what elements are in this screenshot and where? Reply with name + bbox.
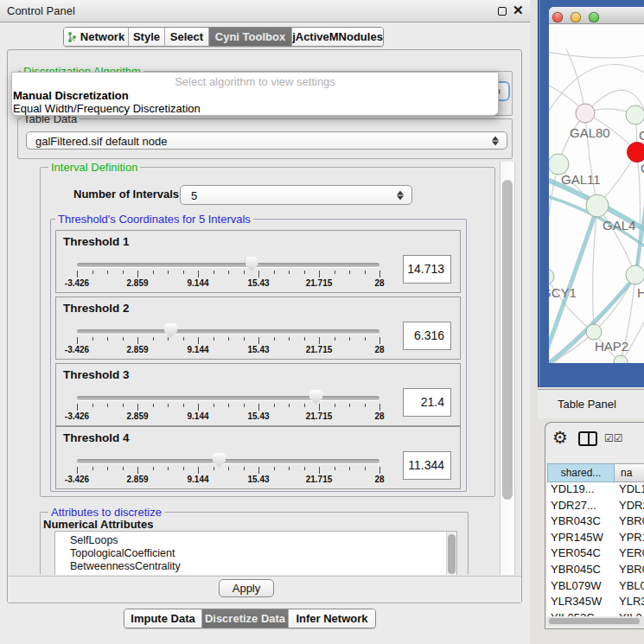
minimize-traffic-light-icon[interactable] [571,12,581,22]
cell-shared-name[interactable]: YBL079W [547,579,616,596]
tab-jactivemnodules[interactable]: jActiveMNodules [292,28,383,46]
cell-shared-name[interactable]: YDL19... [547,482,616,499]
table-row[interactable]: YPR145WYPR1 [547,531,644,547]
node-label: GAL4 [603,218,635,233]
table-rows: YDL19...YDL1YDR27...YDR2YBR043CYBR0YPR14… [547,482,644,616]
threshold-slider-track[interactable] [77,329,379,334]
table-row[interactable]: YIL052CYIL0 [547,611,644,616]
threshold-slider-track[interactable] [77,263,379,267]
table-row[interactable]: YER054CYER0 [547,546,644,563]
top-tab-bar: Network Style Select Cyni Toolbox jActiv… [63,27,384,47]
table-row[interactable]: YBR043CYBR0 [547,514,644,531]
attribute-list-item[interactable]: TopologicalCoefficient [55,547,456,560]
cell-name[interactable]: YLR3 [616,595,644,611]
network-node[interactable] [586,324,602,340]
column-header-shared-name[interactable]: shared... [547,463,615,482]
maximize-traffic-light-icon[interactable] [589,12,599,22]
cell-shared-name[interactable]: YER054C [547,546,616,563]
tab-select[interactable]: Select [165,28,209,46]
close-traffic-light-icon[interactable] [552,12,563,22]
apply-button[interactable]: Apply [219,579,274,597]
threshold-panel: Threshold 1-3.4262.8599.14415.4321.71528… [55,230,461,293]
vertical-scrollbar[interactable] [500,162,515,575]
number-of-intervals-combobox[interactable]: 5 [180,185,412,205]
network-window: GAL80GAL11GAL4GCY1HHAP2G.C [549,7,644,363]
threshold-slider-thumb[interactable] [245,257,258,271]
threshold-label: Threshold 2 [63,302,130,315]
float-window-icon[interactable] [498,7,507,16]
cell-shared-name[interactable]: YDR27... [547,499,616,515]
node-label: GAL11 [561,172,601,187]
table-data-combobox[interactable]: galFiltered.sif default node [26,131,507,150]
slider-ticks [77,337,379,345]
table-row[interactable]: YBL079WYBL0 [547,579,644,596]
tab-discretize-data[interactable]: Discretize Data [202,609,289,628]
cell-name[interactable]: YIL0 [616,611,644,616]
select-checkboxes-icon[interactable]: ☑☑ [604,432,623,444]
threshold-slider-thumb[interactable] [309,390,322,405]
cell-shared-name[interactable]: YPR145W [547,531,616,547]
slider-tick-labels: -3.4262.8599.14415.4321.71528 [77,278,379,289]
stepper-arrows-icon [397,190,404,200]
control-panel-titlebar: Control Panel ✕ [0,0,530,22]
network-canvas[interactable]: GAL80GAL11GAL4GCY1HHAP2G.C [549,24,644,363]
cell-shared-name[interactable]: YLR345W [547,595,616,611]
node-label-fragment: C [641,161,644,175]
threshold-slider-track[interactable] [77,396,379,400]
attribute-list-item[interactable]: SelfLoops [55,534,456,547]
tab-style[interactable]: Style [129,28,165,46]
dropdown-prompt: Select algorithm to view settings [12,75,498,89]
cell-shared-name[interactable]: YBR043C [547,514,616,531]
table-row[interactable]: YLR345WYLR3 [547,595,644,611]
cell-name[interactable]: YBR0 [616,514,644,531]
network-node[interactable] [576,104,595,123]
column-header-name[interactable]: na [615,463,644,482]
cell-name[interactable]: YDR2 [616,499,644,515]
cell-shared-name[interactable]: YBR045C [547,563,616,579]
cell-name[interactable]: YBL0 [616,579,644,596]
dropdown-option-equal-width[interactable]: Equal Width/Frequency Discretization [12,102,498,115]
tab-infer-network[interactable]: Infer Network [289,609,375,628]
threshold-value-field[interactable]: 6.316 [403,322,451,350]
threshold-value-field[interactable]: 21.4 [403,388,451,417]
threshold-value-field[interactable]: 11.344 [403,451,451,480]
network-node[interactable] [586,194,609,217]
threshold-slider-thumb[interactable] [213,453,226,468]
bottom-tab-bar: Impute Data Discretize Data Infer Networ… [124,609,376,628]
node-label: H [637,285,644,300]
dropdown-option-manual[interactable]: Manual Discretization [12,89,498,102]
network-node[interactable] [549,269,554,284]
cell-name[interactable]: YER0 [616,546,644,563]
cell-name[interactable]: YDL1 [616,482,644,499]
close-icon[interactable]: ✕ [513,3,524,18]
scrollbar-thumb[interactable] [448,534,456,574]
tab-impute-data[interactable]: Impute Data [124,609,202,628]
network-edge [622,309,644,361]
gear-icon[interactable]: ⚙ [552,427,568,448]
threshold-value-field[interactable]: 14.713 [403,255,451,284]
threshold-slider-thumb[interactable] [164,323,177,338]
numerical-attributes-list: SelfLoopsTopologicalCoefficientBetweenne… [54,531,457,575]
network-window-titlebar[interactable] [549,7,644,24]
scrollbar-thumb[interactable] [549,618,640,624]
numerical-attributes-label: Numerical Attributes [43,518,153,531]
table-row[interactable]: YDL19...YDL1 [547,482,644,499]
table-panel-header: Table Panel [538,389,644,418]
threshold-slider-track[interactable] [77,459,379,463]
cell-name[interactable]: YBR0 [616,563,644,579]
threshold-label: Threshold 3 [63,368,130,381]
table-row[interactable]: YDR27...YDR2 [547,499,644,515]
network-node[interactable] [628,143,644,163]
table-row[interactable]: YBR045CYBR0 [547,563,644,579]
scrollbar-thumb[interactable] [502,180,513,500]
horizontal-scrollbar[interactable] [547,617,644,626]
attribute-list-item[interactable]: BetweennessCentrality [55,560,456,573]
cell-shared-name[interactable]: YIL052C [547,611,616,616]
tab-network[interactable]: Network [64,28,129,46]
network-node[interactable] [626,265,644,284]
columns-icon[interactable] [578,431,597,446]
cell-name[interactable]: YPR1 [616,531,644,547]
network-node[interactable] [626,105,644,124]
list-scrollbar[interactable] [446,532,456,575]
tab-cyni-toolbox[interactable]: Cyni Toolbox [209,28,292,46]
